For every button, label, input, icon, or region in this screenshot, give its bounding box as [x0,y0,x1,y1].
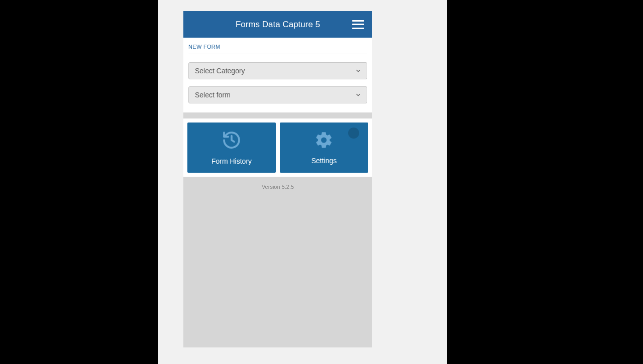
app-container: Forms Data Capture 5 NEW FORM Select Cat… [183,11,372,347]
empty-space [183,197,372,347]
tiles-panel: Form History Settings [183,118,372,177]
version-label: Version 5.2.5 [183,177,372,197]
form-history-label: Form History [211,157,252,165]
new-form-label: NEW FORM [188,44,367,54]
new-form-panel: NEW FORM Select Category Select form [183,38,372,112]
history-icon [222,130,242,152]
category-select[interactable]: Select Category [188,62,367,79]
gear-icon [314,131,334,152]
settings-label: Settings [311,157,337,165]
menu-icon[interactable] [352,20,364,29]
form-select[interactable]: Select form [188,86,367,103]
notification-badge [348,128,359,139]
settings-button[interactable]: Settings [280,123,368,173]
app-header: Forms Data Capture 5 [183,11,372,38]
app-title: Forms Data Capture 5 [236,20,320,30]
form-history-button[interactable]: Form History [187,123,276,173]
app-backdrop: Forms Data Capture 5 NEW FORM Select Cat… [158,0,447,364]
